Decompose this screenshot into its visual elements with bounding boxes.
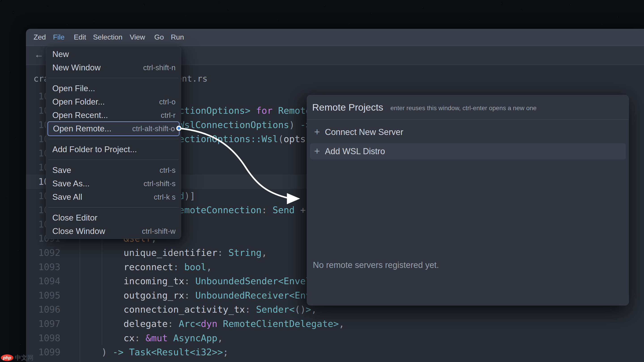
menu-item-label: Open File... [52,82,95,95]
line-number: 1098 [0,331,60,345]
code-token [80,262,124,272]
menu-item-open-folder[interactable]: Open Folder...ctrl-o [48,95,180,109]
dialog-header: Remote Projects enter reuses this window… [307,95,628,119]
code-text: reconnect: bool, [80,260,212,274]
dialog-title: Remote Projects [312,95,383,119]
code-token: Sender [256,304,289,315]
code-token: < [195,319,201,329]
code-token: ( [278,134,284,144]
code-token: : [168,319,179,329]
code-token: Arc [179,319,195,329]
line-number: 1094 [0,274,60,288]
menu-item-new[interactable]: New [48,48,180,61]
code-token: , [206,262,212,272]
menu-item-close-window[interactable]: Close Windowctrl-shift-w [48,225,180,238]
line-number: 1096 [0,302,60,317]
code-token: mut [151,333,173,344]
menu-item-label: New [52,48,69,61]
code-token [295,120,300,130]
menu-item-label: Open Remote... [53,122,111,135]
code-token: ; [223,347,228,358]
code-token [124,347,129,358]
code-token [272,105,278,116]
code-text: unique_identifier: String, [80,246,267,260]
menu-item-shortcut: ctrl-r [161,109,176,122]
code-token: opts [284,134,306,144]
code-token: Wsl [262,134,278,144]
menu-item-new-window[interactable]: New Windowctrl-shift-n [48,61,180,74]
code-text: cx: &mut AsyncApp, [80,331,223,345]
code-token: : [217,247,228,258]
menu-item-save-all[interactable]: Save Allctrl-k s [48,190,180,204]
code-token: : [184,290,195,301]
menu-item-open-recent[interactable]: Open Recent...ctrl-r [48,109,180,122]
menu-item-label: Save All [52,190,82,204]
code-token: )] [184,191,195,201]
menu-item-shortcut: ctrl-alt-shift-o [132,122,175,135]
menu-separator [48,78,179,78]
menu-item-label: Close Editor [52,211,98,225]
line-number: 1092 [0,246,60,260]
code-token: delegate [124,319,168,329]
menu-item-label: New Window [52,61,100,74]
file-menu: NewNew Windowctrl-shift-nOpen File...Ope… [46,46,181,239]
watermark-text: 中文网 [15,354,34,362]
code-token: :: [250,134,262,144]
code-token: : [262,205,272,215]
code-token: ) [289,120,295,130]
plus-icon: + [314,143,320,159]
dialog-separator [307,119,628,120]
code-token: > [334,319,339,329]
menu-item-save-as[interactable]: Save As...ctrl-shift-s [48,177,180,190]
menu-item-open-file[interactable]: Open File... [48,82,180,95]
dialog-action-label: Add WSL Distro [325,143,385,159]
code-token: , [311,304,317,315]
line-number: 1095 [0,288,60,303]
code-token: < [289,304,295,315]
menu-item-label: Add Folder to Project... [52,143,137,156]
code-line[interactable]: 1099 ) -> Task<Result<i32>>; [0,345,644,359]
line-number: 1093 [0,260,60,274]
code-token: , [339,319,344,329]
code-token [250,105,256,116]
plus-icon: + [314,124,320,140]
code-token: () [295,304,306,315]
menu-item-save[interactable]: Savectrl-s [48,164,180,177]
code-token: String [228,247,262,258]
code-token: > [306,304,311,315]
menu-item-open-remote[interactable]: Open Remote...ctrl-alt-shift-o [48,121,180,136]
menu-item-shortcut: ctrl-shift-n [143,61,176,74]
code-token: < [151,347,157,358]
code-token: reconnect [124,262,173,272]
code-token: < [190,347,196,358]
code-line[interactable]: 1097 delegate: Arc<dyn RemoteClientDeleg… [0,317,644,331]
dialog-action-connect-new-server[interactable]: +Connect New Server [310,124,626,140]
code-token: WslConnectionOptions [179,120,289,130]
code-token: ) [102,347,112,358]
code-token: for [256,105,272,116]
code-token: >> [212,347,223,358]
menu-item-close-editor[interactable]: Close Editor [48,211,180,225]
menu-item-label: Close Window [52,225,105,238]
menu-item-shortcut: ctrl-shift-s [144,177,176,190]
menu-item-shortcut: ctrl-k s [154,190,176,204]
code-token: bool [184,262,206,272]
code-token: -> [112,347,124,358]
code-text: connection_activity_tx: Sender<()>, [80,302,317,317]
code-text: ) -> Task<Result<i32>>; [80,345,228,359]
code-line[interactable]: 1098 cx: &mut AsyncApp, [0,331,644,345]
menu-item-add-folder-to-project[interactable]: Add Folder to Project... [48,143,180,156]
remote-projects-dialog: Remote Projects enter reuses this window… [307,95,629,306]
dialog-hint: enter reuses this window, ctrl-enter ope… [390,96,537,120]
code-token [80,347,102,358]
dialog-action-add-wsl-distro[interactable]: +Add WSL Distro [310,143,626,159]
code-token: : [245,304,256,315]
code-token: outgoing_rx [124,290,184,301]
code-token: i32 [195,347,212,358]
empty-state-text: No remote servers registered yet. [313,257,439,273]
menu-item-label: Open Recent... [52,109,108,122]
desktop: ZedFileEditSelectionViewGoRun ← crates/r… [0,0,644,362]
menu-item-shortcut: ctrl-o [159,95,176,109]
code-token: Task [129,347,151,358]
code-token: cx [124,333,134,344]
